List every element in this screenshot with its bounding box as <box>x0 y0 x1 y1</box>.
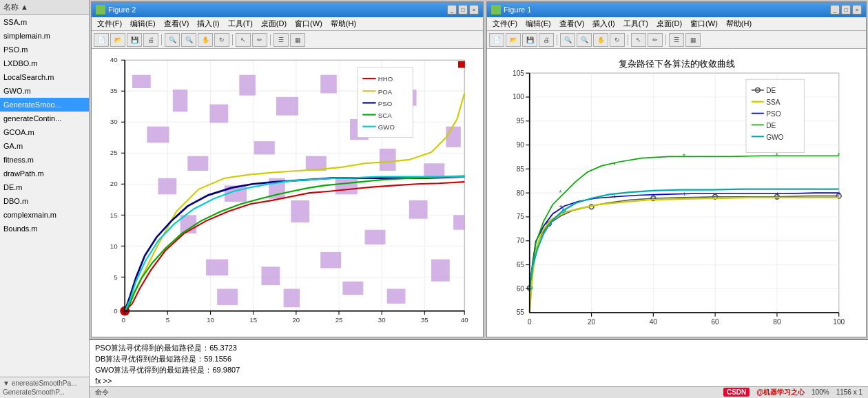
figure1-menu-edit[interactable]: 编辑(E) <box>523 18 554 30</box>
svg-text:GWO: GWO <box>378 123 395 131</box>
figure1-close-btn[interactable]: × <box>852 5 862 14</box>
figure2-menu-tools[interactable]: 工具(T) <box>225 18 256 30</box>
figure2-menu-file[interactable]: 文件(F) <box>94 18 125 30</box>
sidebar-footer-row2[interactable]: GenerateSmoothP... <box>3 388 86 397</box>
sidebar-footer: ▼ enereateSmoothPa... GenerateSmoothP... <box>0 377 89 398</box>
svg-text:0: 0 <box>114 307 117 315</box>
figure2-close-btn[interactable]: × <box>469 5 479 14</box>
svg-text:35: 35 <box>421 316 428 324</box>
f1-toolbar-print-btn[interactable]: 🖨 <box>539 33 554 47</box>
f1-toolbar-colorbar-btn[interactable]: ▦ <box>685 33 701 47</box>
svg-text:10: 10 <box>207 316 214 324</box>
svg-rect-46 <box>453 215 464 229</box>
sidebar-item[interactable]: GCOA.m <box>0 125 89 139</box>
figure2-menu-view[interactable]: 查看(V) <box>161 18 192 30</box>
toolbar-print-btn[interactable]: 🖨 <box>143 33 158 47</box>
sidebar-header-label: 名称 ▲ <box>3 2 28 12</box>
console-input[interactable] <box>114 377 390 385</box>
svg-rect-15 <box>132 75 151 88</box>
svg-rect-24 <box>291 200 309 222</box>
sidebar: 名称 ▲ SSA.m simplemain.m PSO.m LXDBO.m Lo… <box>0 0 90 398</box>
toolbar-save-btn[interactable]: 💾 <box>127 33 142 47</box>
sidebar-item[interactable]: LXDBO.m <box>0 56 89 70</box>
svg-text:5: 5 <box>114 273 117 281</box>
sidebar-item[interactable]: SSA.m <box>0 15 89 29</box>
svg-rect-29 <box>365 230 386 244</box>
f1-toolbar-zoomin-btn[interactable]: 🔍 <box>560 33 575 47</box>
figure2-menu-window[interactable]: 窗口(W) <box>292 18 325 30</box>
figure1-menu-desktop[interactable]: 桌面(D) <box>654 18 685 30</box>
figure2-window: Figure 2 _ □ × 文件(F) 编辑(E) 查看(V) 插入(I) 工… <box>91 1 484 337</box>
figure2-maximize-btn[interactable]: □ <box>458 5 468 14</box>
sidebar-item[interactable]: fitness.m <box>0 153 89 167</box>
console-prompt[interactable]: fx >> <box>95 377 862 385</box>
figure1-menu-file[interactable]: 文件(F) <box>490 18 520 30</box>
f1-toolbar-cursor-btn[interactable]: ↖ <box>631 33 646 47</box>
toolbar-zoomin-btn[interactable]: 🔍 <box>165 33 180 47</box>
figure2-menu-insert[interactable]: 插入(I) <box>194 18 222 30</box>
toolbar-legend-btn[interactable]: ☰ <box>273 33 289 47</box>
toolbar-pan-btn[interactable]: ✋ <box>198 33 213 47</box>
figure1-menu-tools[interactable]: 工具(T) <box>621 18 651 30</box>
svg-text:80: 80 <box>773 318 781 326</box>
f1-toolbar-brush-btn[interactable]: ✏ <box>648 33 663 47</box>
figure2-minimize-btn[interactable]: _ <box>447 5 457 14</box>
svg-rect-40 <box>387 289 406 303</box>
f1-toolbar-open-btn[interactable]: 📂 <box>506 33 521 47</box>
figure1-menu-help[interactable]: 帮助(H) <box>723 18 754 30</box>
svg-text:PSO: PSO <box>766 110 781 118</box>
figure2-menu-help[interactable]: 帮助(H) <box>328 18 359 30</box>
sidebar-item[interactable]: DE.m <box>0 180 89 194</box>
sidebar-footer-label1: enereateSmoothPa... <box>12 379 77 387</box>
svg-rect-34 <box>431 260 450 282</box>
toolbar-cursor-btn[interactable]: ↖ <box>236 33 251 47</box>
sidebar-item[interactable]: PSO.m <box>0 43 89 56</box>
toolbar-zoomout-btn[interactable]: 🔍 <box>181 33 196 47</box>
sidebar-item[interactable]: GA.m <box>0 139 89 153</box>
svg-text:GWO: GWO <box>766 134 783 141</box>
sidebar-item[interactable]: Bounds.m <box>0 222 89 235</box>
figure1-minimize-btn[interactable]: _ <box>830 5 840 14</box>
figure2-menu-desktop[interactable]: 桌面(D) <box>258 18 289 30</box>
figure1-menu-insert[interactable]: 插入(I) <box>590 18 617 30</box>
toolbar-rotate-btn[interactable]: ↻ <box>214 33 229 47</box>
svg-text:5: 5 <box>166 316 169 324</box>
sidebar-item[interactable]: LocalSearch.m <box>0 70 89 84</box>
svg-text:15: 15 <box>249 316 257 324</box>
sidebar-item[interactable]: GWO.m <box>0 84 89 98</box>
f1-toolbar-sep1 <box>557 34 557 45</box>
f1-toolbar-pan-btn[interactable]: ✋ <box>593 33 608 47</box>
toolbar-open-btn[interactable]: 📂 <box>110 33 125 47</box>
figure1-menu: 文件(F) 编辑(E) 查看(V) 插入(I) 工具(T) 桌面(D) 窗口(W… <box>487 17 866 31</box>
sidebar-item[interactable]: simplemain.m <box>0 29 89 43</box>
svg-rect-48 <box>459 61 465 67</box>
figure1-menu-window[interactable]: 窗口(W) <box>688 18 721 30</box>
sidebar-footer-row1[interactable]: ▼ enereateSmoothPa... <box>3 379 86 388</box>
prompt-icon: fx >> <box>95 377 112 385</box>
figure1-maximize-btn[interactable]: □ <box>841 5 851 14</box>
toolbar-new-btn[interactable]: 📄 <box>94 33 109 47</box>
f1-toolbar-sep2 <box>628 34 628 45</box>
svg-text:*: * <box>613 162 616 169</box>
sidebar-item-generatesmoo[interactable]: GenerateSmoo... <box>0 98 89 112</box>
sidebar-item[interactable]: DBO.m <box>0 194 89 208</box>
f1-toolbar-zoomout-btn[interactable]: 🔍 <box>577 33 592 47</box>
svg-text:80: 80 <box>517 189 525 197</box>
f1-toolbar-new-btn[interactable]: 📄 <box>489 33 504 47</box>
f1-toolbar-rotate-btn[interactable]: ↻ <box>610 33 625 47</box>
svg-rect-21 <box>239 75 256 96</box>
toolbar-sep1 <box>161 34 162 45</box>
main-area: Figure 2 _ □ × 文件(F) 编辑(E) 查看(V) 插入(I) 工… <box>90 0 868 398</box>
toolbar-brush-btn[interactable]: ✏ <box>252 33 267 47</box>
f1-toolbar-save-btn[interactable]: 💾 <box>522 33 537 47</box>
sidebar-item[interactable]: drawPath.m <box>0 167 89 180</box>
f1-toolbar-sep3 <box>665 34 666 45</box>
f1-toolbar-legend-btn[interactable]: ☰ <box>669 33 684 47</box>
figure1-menu-view[interactable]: 查看(V) <box>557 18 588 30</box>
svg-rect-35 <box>446 127 460 147</box>
toolbar-colorbar-btn[interactable]: ▦ <box>290 33 305 47</box>
sidebar-item[interactable]: complexmain.m <box>0 208 89 222</box>
svg-rect-41 <box>342 282 363 295</box>
sidebar-item[interactable]: generateContin... <box>0 112 89 125</box>
figure2-menu-edit[interactable]: 编辑(E) <box>127 18 158 30</box>
